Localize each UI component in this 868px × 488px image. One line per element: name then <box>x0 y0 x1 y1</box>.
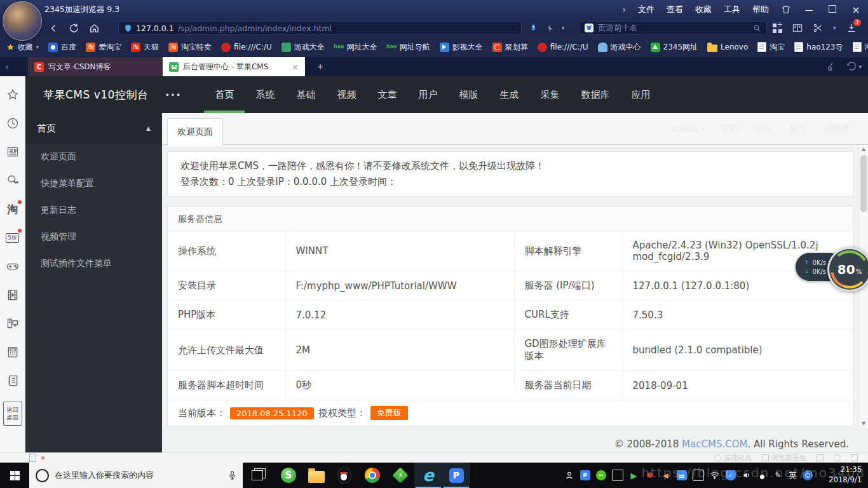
status-icon-2[interactable] <box>834 454 841 461</box>
menu-view[interactable]: 查看 <box>667 4 683 15</box>
blue-note-tray-icon[interactable] <box>677 470 687 480</box>
sidebar-item-welcome[interactable]: 欢迎页面 <box>25 144 162 170</box>
bookmark-juhuasuan[interactable]: 聚划算 <box>492 42 528 53</box>
favorites-star-rail-icon[interactable] <box>5 87 20 102</box>
link-official-site[interactable]: 官网 <box>721 123 738 135</box>
address-bar[interactable]: 127.0.0.1/sp/admin.php/admin/index/index… <box>118 21 522 35</box>
user-avatar[interactable] <box>3 1 42 41</box>
monitor-tray-icon[interactable] <box>693 470 704 481</box>
ime-indicator[interactable]: 英 <box>789 470 797 480</box>
status-clean-site[interactable]: 清理站点 <box>714 453 752 463</box>
cms-nav-apps[interactable]: 应用 <box>620 76 661 113</box>
tab-scroll-left-icon[interactable]: ‹ <box>5 57 9 76</box>
notebook-rail-icon[interactable] <box>5 373 20 388</box>
bookmark-taobao9[interactable]: 淘宝9块9 <box>853 42 868 53</box>
scrollbar-thumb[interactable] <box>860 155 867 212</box>
app-qq[interactable] <box>330 463 358 488</box>
back-button[interactable] <box>48 23 59 34</box>
app-lightning-diamond[interactable]: ⚡ <box>386 463 414 488</box>
bookmark-hao-sites[interactable]: hao网址大全 <box>334 42 377 53</box>
app-chrome[interactable] <box>358 463 386 488</box>
video-rail-icon[interactable] <box>5 287 20 302</box>
cms-more-icon[interactable]: ••• <box>165 90 181 100</box>
taskbar-clock[interactable]: 21:35 2018/9/1 <box>821 465 862 485</box>
tab-csdn[interactable]: C 写文章-CSDN博客 <box>28 57 163 76</box>
display-tray-icon[interactable] <box>612 470 623 481</box>
cms-nav-generate[interactable]: 生成 <box>489 76 529 113</box>
scroll-down-icon[interactable]: ▼ <box>859 421 868 426</box>
undo-closed-tab-icon[interactable]: ▾ <box>846 62 862 72</box>
sidebar-item-test-plugin[interactable]: 测试插件文件菜单 <box>25 250 162 277</box>
bookmark-taobao[interactable]: 淘宝 <box>757 42 785 53</box>
search-engine-icon[interactable] <box>585 24 593 32</box>
microphone-icon[interactable] <box>228 470 236 481</box>
scissors-caret-icon[interactable]: ▾ <box>833 25 836 31</box>
user-dropdown[interactable]: admin▾ <box>671 124 704 134</box>
bookmark-2345-sites[interactable]: 2345网址 <box>651 42 698 53</box>
red-flower-tray-icon[interactable]: ✽ <box>645 470 655 480</box>
sidebar-item-video-manage[interactable]: 视频管理 <box>25 224 162 250</box>
start-button[interactable] <box>0 463 29 488</box>
bookmark-aitaobao[interactable]: 淘爱淘宝 <box>86 42 121 53</box>
cms-nav-template[interactable]: 模版 <box>448 76 489 113</box>
app-p-active[interactable]: P <box>442 463 470 488</box>
browser-search-box[interactable]: 页游前十名 <box>579 21 767 35</box>
content-tab-welcome[interactable]: 欢迎页面 <box>167 118 223 146</box>
clean-broom-icon[interactable] <box>825 62 836 72</box>
refresh-button[interactable] <box>69 23 79 34</box>
wechat-rail-icon[interactable] <box>5 173 20 188</box>
apps-grid-icon[interactable] <box>773 24 782 33</box>
rocket-boost-icon[interactable] <box>529 24 538 33</box>
taobao-rail-icon[interactable]: 淘 <box>5 201 20 217</box>
status-icon-1[interactable] <box>817 454 824 461</box>
link-forum[interactable]: 论坛 <box>755 123 773 135</box>
menu-collapse-icon[interactable]: › <box>622 4 626 15</box>
app-ie-active[interactable]: e <box>414 463 442 488</box>
back-to-desktop-button[interactable]: 返回桌面 <box>3 402 22 426</box>
history-clock-rail-icon[interactable] <box>5 116 20 131</box>
cms-nav-system[interactable]: 系统 <box>245 76 285 113</box>
qq-tray-icon[interactable] <box>757 470 768 480</box>
minimize-button[interactable]: — <box>803 5 815 15</box>
menu-tools[interactable]: 工具 <box>724 4 740 15</box>
app-s-green[interactable]: S <box>275 463 302 488</box>
bookmark-hao123[interactable]: hao123导 <box>794 42 843 53</box>
bookmark-hao-nav[interactable]: hao网址导航 <box>387 42 430 53</box>
tab-close-icon[interactable]: × <box>292 62 299 72</box>
bookmark-file-2[interactable]: file:///C:/U <box>538 43 588 52</box>
scroll-up-icon[interactable]: ▲ <box>859 146 868 152</box>
search-magnifier-icon[interactable] <box>753 24 761 32</box>
menu-favorites[interactable]: 收藏 <box>695 4 712 15</box>
security-shield-tray-icon[interactable]: ✓ <box>726 470 736 480</box>
bookmark-game-center[interactable]: 游戏中心 <box>598 42 641 53</box>
bookmark-taobao-sale[interactable]: 淘淘宝特卖 <box>168 42 212 53</box>
link-clear-cache[interactable]: 清缓存 <box>824 123 850 135</box>
bookmark-lenovo[interactable]: Lenovo <box>707 43 748 52</box>
close-button[interactable]: × <box>850 4 862 16</box>
wifi-tray-icon[interactable] <box>710 470 720 480</box>
tab-maccms-active[interactable]: 后台管理中心 - 苹果CMS × <box>163 57 305 76</box>
p-tray-icon[interactable]: P <box>580 470 590 480</box>
people-tray-icon[interactable] <box>803 470 813 480</box>
bookmark-file-1[interactable]: file:///C:/U <box>221 43 272 52</box>
accelerator-ball[interactable]: 80% <box>827 247 868 292</box>
cms-nav-video[interactable]: 视频 <box>326 76 367 113</box>
security-shield-icon[interactable] <box>124 24 132 32</box>
favorites-button[interactable]: ★ 收藏 ▾ <box>6 42 39 53</box>
sidebar-item-quickmenu[interactable]: 快捷菜单配置 <box>25 170 162 197</box>
game-rail-icon[interactable] <box>5 259 20 274</box>
scissors-icon[interactable] <box>813 23 823 33</box>
sidebar-item-changelog[interactable]: 更新日志 <box>25 197 162 224</box>
cms-nav-user[interactable]: 用户 <box>407 76 448 113</box>
taskbar-search[interactable]: 在这里输入你要搜索的内容 <box>29 463 243 488</box>
cms-nav-home[interactable]: 首页 <box>204 76 245 113</box>
computer-rail-icon[interactable] <box>5 316 20 331</box>
discount-rail-icon[interactable]: 5折 <box>5 230 20 245</box>
cms-nav-article[interactable]: 文章 <box>367 76 407 113</box>
bookmark-baidu[interactable]: 百度 <box>48 42 76 53</box>
lightning-icon[interactable] <box>546 24 554 32</box>
menu-help[interactable]: 帮助 <box>752 4 769 15</box>
link-frontend[interactable]: 前台 <box>789 123 807 135</box>
contacts-icon[interactable] <box>564 470 574 480</box>
orange-volume-tray-icon[interactable]: ◀ <box>661 470 671 480</box>
